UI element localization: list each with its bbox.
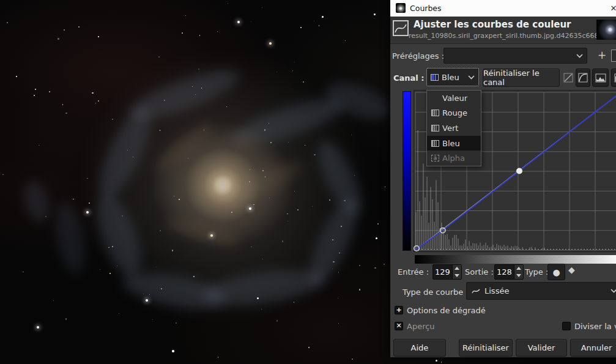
step-up-icon[interactable]	[514, 265, 523, 272]
star	[92, 92, 94, 94]
star	[89, 202, 90, 204]
star	[161, 288, 162, 289]
corner-point-type-button[interactable]: ◆	[568, 265, 575, 275]
star	[339, 253, 340, 253]
smooth-point-type-button[interactable]: ●	[547, 264, 565, 280]
star	[160, 230, 161, 231]
star	[354, 175, 355, 176]
star	[127, 150, 128, 151]
window-titlebar[interactable]: Courbes ✕	[390, 0, 616, 17]
star	[345, 40, 346, 41]
step-down-icon[interactable]	[514, 272, 523, 280]
star	[158, 56, 160, 58]
star	[297, 209, 299, 210]
star	[231, 212, 232, 213]
star	[65, 318, 67, 320]
chevron-down-icon	[610, 289, 616, 293]
help-button[interactable]: Aide	[393, 339, 446, 357]
star	[376, 237, 377, 239]
channel-label: Canal :	[393, 73, 425, 83]
step-up-icon[interactable]	[453, 265, 461, 272]
log-histogram-toggle[interactable]	[611, 69, 616, 87]
menu-item-valeur[interactable]: Valeur	[427, 91, 481, 106]
star	[2, 174, 4, 176]
star	[251, 247, 252, 248]
preview-label[interactable]: Aperçu	[407, 322, 435, 331]
preview-checkbox[interactable]: ✕	[395, 322, 403, 330]
import-preset-button[interactable]	[611, 50, 616, 62]
split-view-label[interactable]: Diviser la vue	[574, 322, 616, 331]
star	[329, 199, 331, 201]
star	[185, 15, 187, 17]
output-steppers[interactable]	[514, 265, 523, 279]
star	[332, 269, 333, 269]
star	[87, 178, 88, 179]
input-gradient-bar	[415, 255, 616, 264]
star	[237, 21, 240, 23]
star	[122, 215, 123, 217]
input-value[interactable]: 129	[433, 265, 452, 279]
star	[143, 294, 144, 294]
input-spinbox[interactable]: 129	[432, 264, 462, 280]
expander-plus-icon[interactable]: +	[395, 306, 403, 314]
star	[39, 145, 39, 146]
star	[249, 181, 250, 182]
perceptual-curve-toggle[interactable]	[576, 69, 590, 87]
channel-histogram-icon	[431, 140, 439, 147]
close-icon[interactable]: ✕	[604, 0, 616, 17]
input-steppers[interactable]	[452, 265, 461, 279]
star	[210, 234, 213, 237]
split-view-checkbox[interactable]	[562, 322, 571, 330]
channel-value: Bleu	[442, 73, 465, 82]
menu-item-rouge[interactable]: Rouge	[427, 106, 481, 121]
star	[249, 207, 251, 210]
curve-type-combo[interactable]: Lissée	[466, 282, 616, 300]
curve-type-value: Lissée	[484, 286, 606, 295]
menu-item-vert[interactable]: Vert	[427, 121, 481, 136]
star	[152, 319, 153, 320]
star	[359, 289, 360, 290]
reset-button[interactable]: Réinitialiser	[459, 339, 513, 357]
star	[344, 200, 345, 201]
star	[62, 104, 64, 105]
star	[98, 100, 99, 102]
star	[308, 347, 310, 348]
star	[195, 94, 196, 95]
menu-item-bleu[interactable]: Bleu	[427, 136, 481, 151]
star	[58, 38, 59, 40]
star	[53, 300, 54, 301]
star	[314, 154, 315, 155]
star	[270, 142, 272, 143]
star	[262, 170, 264, 171]
add-preset-button[interactable]: +	[595, 48, 609, 64]
star	[100, 269, 100, 270]
output-value[interactable]: 128	[495, 265, 514, 279]
star	[262, 259, 263, 259]
curve-type-label: Type de courbe :	[403, 288, 469, 297]
channel-combo[interactable]: Bleu	[426, 68, 479, 86]
channel-histogram-icon	[431, 110, 439, 116]
star	[160, 130, 161, 131]
star	[35, 89, 36, 90]
point-type-label: Type :	[525, 267, 548, 277]
output-spinbox[interactable]: 128	[494, 264, 524, 280]
star	[188, 158, 188, 158]
star	[86, 211, 89, 214]
star	[218, 357, 218, 357]
linear-histogram-toggle[interactable]	[592, 69, 609, 87]
star	[253, 204, 254, 205]
menu-item-alpha: aAlpha	[427, 150, 481, 166]
star	[288, 142, 289, 143]
step-down-icon[interactable]	[453, 272, 461, 280]
star	[109, 273, 111, 275]
reset-channel-button[interactable]: Réinitialiser le canal	[483, 69, 560, 87]
star	[374, 13, 376, 15]
linear-curve-toggle[interactable]	[563, 73, 573, 83]
presets-combo[interactable]	[443, 48, 587, 64]
ok-button[interactable]: Valider	[516, 339, 567, 357]
output-label: Sortie :	[465, 267, 494, 277]
cancel-button[interactable]: Annuler	[570, 339, 616, 357]
star	[384, 264, 385, 265]
star	[287, 214, 288, 214]
gradient-options-label[interactable]: Options de dégradé	[407, 306, 486, 315]
